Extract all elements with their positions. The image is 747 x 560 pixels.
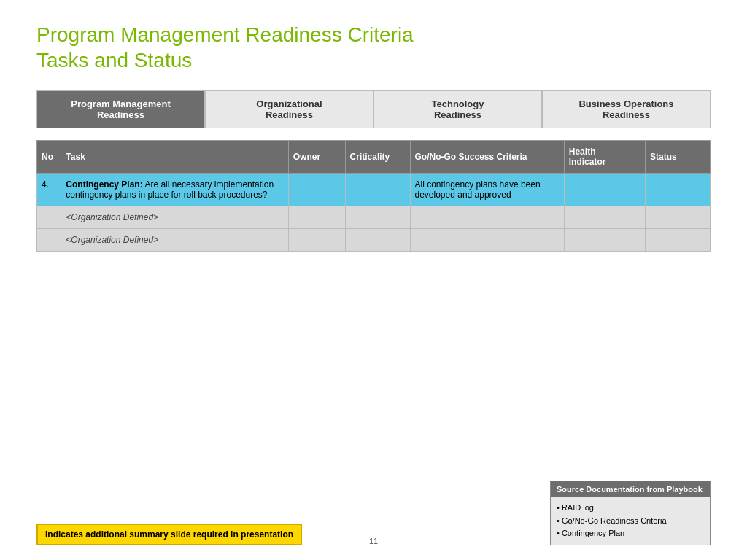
tab-program-management[interactable]: Program Management Readiness bbox=[36, 90, 205, 128]
tab-tech-label: Technology Readiness bbox=[432, 98, 484, 120]
title-line1: Program Management Readiness Criteria bbox=[36, 23, 414, 46]
table-row: 4. Contingency Plan: Are all necessary i… bbox=[37, 174, 711, 206]
page: Program Management Readiness Criteria Ta… bbox=[0, 0, 747, 560]
footer: Indicates additional summary slide requi… bbox=[36, 481, 711, 545]
header-criticality: Criticality bbox=[345, 141, 410, 174]
cell-task-2: <Organization Defined> bbox=[61, 206, 288, 229]
tab-organizational[interactable]: Organizational Readiness bbox=[205, 90, 374, 128]
title-line2: Tasks and Status bbox=[36, 49, 192, 71]
cell-no-2 bbox=[37, 206, 61, 229]
source-item-2: Go/No-Go Readiness Criteria bbox=[557, 515, 704, 528]
cell-task-1: Contingency Plan: Are all necessary impl… bbox=[61, 174, 288, 206]
tab-pm-label: Program Management Readiness bbox=[71, 98, 171, 120]
cell-criticality-3 bbox=[345, 229, 410, 252]
header-owner: Owner bbox=[288, 141, 345, 174]
task-bold-1: Contingency Plan: bbox=[66, 179, 142, 190]
cell-gonogo-1: All contingency plans have been develope… bbox=[410, 174, 564, 206]
tab-org-label: Organizational Readiness bbox=[256, 98, 322, 120]
cell-gonogo-3 bbox=[410, 229, 564, 252]
table-header-row: No Task Owner Criticality Go/No-Go Succe… bbox=[37, 141, 711, 174]
footer-note: Indicates additional summary slide requi… bbox=[36, 524, 302, 545]
page-title: Program Management Readiness Criteria Ta… bbox=[36, 22, 711, 73]
source-box-header: Source Documentation from Playbook bbox=[551, 481, 710, 497]
table-row: <Organization Defined> bbox=[37, 229, 711, 252]
header-no: No bbox=[37, 141, 61, 174]
source-item-1: RAID log bbox=[557, 502, 704, 515]
cell-status-2 bbox=[645, 206, 710, 229]
tab-row: Program Management Readiness Organizatio… bbox=[36, 90, 711, 128]
header-health: Health Indicator bbox=[564, 141, 645, 174]
task-italic-3: <Organization Defined> bbox=[66, 235, 158, 245]
cell-health-3 bbox=[564, 229, 645, 252]
source-list: RAID log Go/No-Go Readiness Criteria Con… bbox=[557, 502, 704, 540]
header-status: Status bbox=[645, 141, 710, 174]
tab-technology[interactable]: Technology Readiness bbox=[374, 90, 542, 128]
cell-health-2 bbox=[564, 206, 645, 229]
header-gonogo: Go/No-Go Success Criteria bbox=[410, 141, 564, 174]
cell-status-3 bbox=[645, 229, 710, 252]
tab-biz-label: Business Operations Readiness bbox=[578, 98, 673, 120]
cell-status-1 bbox=[645, 174, 710, 206]
cell-criticality-1 bbox=[345, 174, 410, 206]
cell-owner-2 bbox=[288, 206, 345, 229]
cell-criticality-2 bbox=[345, 206, 410, 229]
cell-health-1 bbox=[564, 174, 645, 206]
cell-task-3: <Organization Defined> bbox=[61, 229, 288, 252]
cell-owner-3 bbox=[288, 229, 345, 252]
cell-gonogo-2 bbox=[410, 206, 564, 229]
source-documentation-box: Source Documentation from Playbook RAID … bbox=[550, 481, 711, 545]
task-italic-2: <Organization Defined> bbox=[66, 212, 158, 222]
cell-owner-1 bbox=[288, 174, 345, 206]
source-item-3: Contingency Plan bbox=[557, 527, 704, 540]
criteria-table: No Task Owner Criticality Go/No-Go Succe… bbox=[36, 140, 711, 252]
source-box-body: RAID log Go/No-Go Readiness Criteria Con… bbox=[551, 497, 710, 545]
header-task: Task bbox=[61, 141, 288, 174]
table-row: <Organization Defined> bbox=[37, 206, 711, 229]
cell-no-3 bbox=[37, 229, 61, 252]
cell-no-1: 4. bbox=[37, 174, 61, 206]
tab-business[interactable]: Business Operations Readiness bbox=[542, 90, 711, 128]
